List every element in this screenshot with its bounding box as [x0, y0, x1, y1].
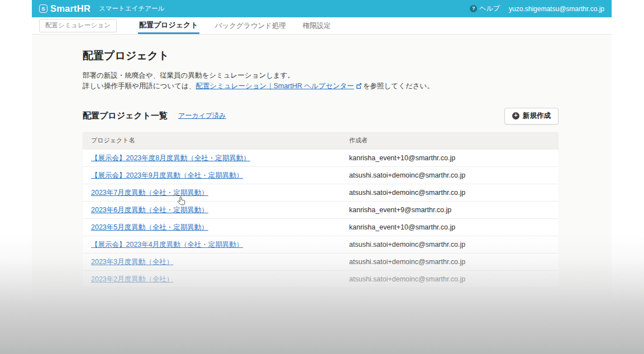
main-content: 配置プロジェクト 部署の新設・統廃合や、従業員の異動をシミュレーションします。 … — [32, 35, 612, 288]
archived-projects-link[interactable]: アーカイブ済み — [178, 111, 226, 121]
project-creator: atsushi.satoi+demoinc@smarthr.co.jp — [349, 189, 465, 197]
tab-haichi-project[interactable]: 配置プロジェクト — [138, 17, 199, 34]
project-link[interactable]: 【展示会】2023年4月度異動（全社・定期異動） — [91, 241, 243, 248]
list-section-header: 配置プロジェクト一覧 アーカイブ済み + 新規作成 — [83, 108, 559, 125]
help-center-link[interactable]: 配置シミュレーション｜SmartHR ヘルプセンター — [195, 82, 354, 90]
project-link[interactable]: 2023年5月度異動（全社・定期異動） — [91, 223, 208, 231]
project-link[interactable]: 2023年2月度異動（全社） — [91, 275, 173, 283]
new-project-button[interactable]: + 新規作成 — [504, 108, 559, 125]
project-creator: atsushi.satoi+demoinc@smarthr.co.jp — [349, 258, 465, 266]
logo-kana-label: スマートエイチアール — [99, 4, 164, 13]
project-creator: atsushi.satoi+demoinc@smarthr.co.jp — [349, 241, 465, 248]
app-window: S SmartHR スマートエイチアール ? ヘルプ yuzo.shigemat… — [32, 0, 612, 354]
table-row: 【展示会】2023年9月度異動（全社・定期異動） atsushi.satoi+d… — [83, 166, 559, 184]
table-row: 2023年3月度異動（全社） atsushi.satoi+demoinc@sma… — [83, 253, 559, 270]
smarthr-logo-icon: S — [39, 4, 47, 13]
project-creator: kanrisha_event+10@smarthr.co.jp — [349, 223, 455, 231]
project-table: プロジェクト名 作成者 【展示会】2023年度8月度異動（全社・定期異動） ka… — [83, 132, 559, 288]
column-header-project-name: プロジェクト名 — [91, 136, 349, 145]
new-project-button-label: 新規作成 — [523, 111, 551, 121]
top-bar: S SmartHR スマートエイチアール ? ヘルプ yuzo.shigemat… — [32, 0, 612, 17]
project-link[interactable]: 【展示会】2023年9月度異動（全社・定期異動） — [91, 171, 243, 179]
external-link-icon — [356, 82, 362, 92]
tab-bar: 配置シミュレーション 配置プロジェクト バックグラウンド処理 権限設定 — [32, 17, 612, 35]
table-row: 【展示会】2023年度8月度異動（全社・定期異動） kanrisha_event… — [83, 149, 559, 166]
description-line-2-prefix: 詳しい操作手順や用語については、 — [83, 82, 195, 90]
project-link[interactable]: 【展示会】2023年度8月度異動（全社・定期異動） — [91, 154, 250, 162]
project-creator: atsushi.satoi+demoinc@smarthr.co.jp — [349, 171, 465, 179]
table-row: 2023年6月度異動（全社・定期異動） kanrisha_event+9@sma… — [83, 201, 559, 218]
table-row: 2023年2月度異動（全社） atsushi.satoi+demoinc@sma… — [83, 270, 559, 288]
description-line-1: 部署の新設・統廃合や、従業員の異動をシミュレーションします。 — [83, 70, 612, 81]
project-link[interactable]: 2023年3月度異動（全社） — [91, 258, 173, 266]
tab-haichi-simulation[interactable]: 配置シミュレーション — [39, 19, 117, 32]
project-creator: atsushi.satoi+demoinc@smarthr.co.jp — [349, 275, 465, 283]
table-row: 【展示会】2023年4月度異動（全社・定期異動） atsushi.satoi+d… — [83, 236, 559, 253]
page-description: 部署の新設・統廃合や、従業員の異動をシミュレーションします。 詳しい操作手順や用… — [83, 70, 612, 93]
tab-background-processing[interactable]: バックグラウンド処理 — [215, 17, 286, 34]
project-link[interactable]: 2023年7月度異動（全社・定期異動） — [91, 189, 208, 197]
project-link[interactable]: 2023年6月度異動（全社・定期異動） — [91, 206, 208, 214]
help-label: ヘルプ — [479, 4, 500, 13]
list-section-title: 配置プロジェクト一覧 — [83, 111, 168, 121]
column-header-creator: 作成者 — [349, 136, 368, 145]
project-creator: kanrisha_event+9@smarthr.co.jp — [349, 206, 451, 214]
description-line-2-suffix: を参照してください。 — [363, 82, 434, 90]
smarthr-logo[interactable]: S SmartHR — [39, 3, 90, 14]
help-link[interactable]: ? ヘルプ — [470, 4, 500, 13]
user-email-menu[interactable]: yuzo.shigematsu@smarthr.co.jp — [509, 5, 604, 13]
description-line-2: 詳しい操作手順や用語については、配置シミュレーション｜SmartHR ヘルプセン… — [83, 81, 612, 92]
table-row: 2023年5月度異動（全社・定期異動） kanrisha_event+10@sm… — [83, 218, 559, 236]
table-header-row: プロジェクト名 作成者 — [83, 132, 559, 149]
smarthr-logo-text: SmartHR — [50, 3, 90, 14]
plus-icon: + — [512, 112, 519, 119]
tab-permission-settings[interactable]: 権限設定 — [303, 17, 331, 34]
question-mark-icon: ? — [470, 5, 477, 12]
project-creator: kanrisha_event+10@smarthr.co.jp — [349, 154, 455, 162]
table-row: 2023年7月度異動（全社・定期異動） atsushi.satoi+demoin… — [83, 184, 559, 201]
page-title: 配置プロジェクト — [83, 49, 612, 63]
